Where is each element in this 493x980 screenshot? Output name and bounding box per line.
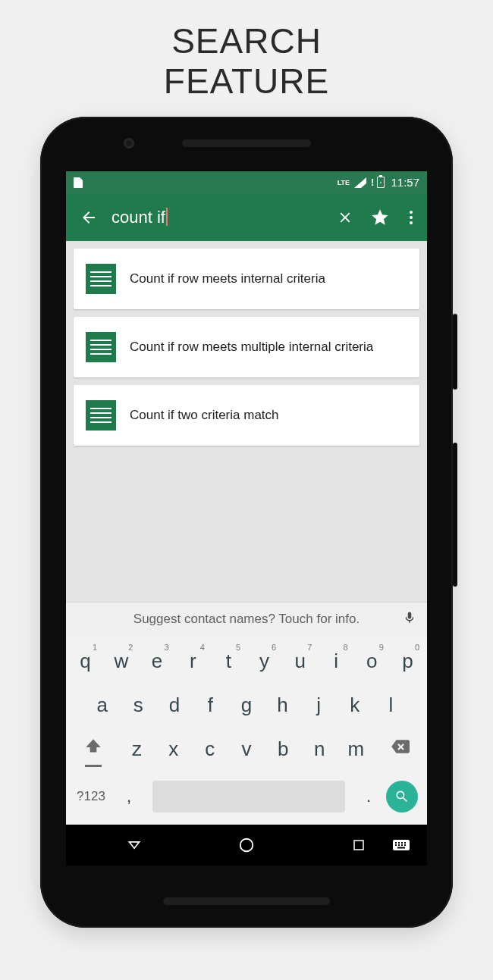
search-value: count if (111, 208, 165, 227)
backspace-icon (390, 737, 410, 762)
shift-icon (83, 737, 103, 762)
result-title: Count if row meets multiple internal cri… (130, 340, 373, 355)
key-d[interactable]: d (156, 684, 193, 728)
key-n[interactable]: n (301, 728, 338, 772)
phone-screen: LTE ! 11:57 count if Co (66, 171, 427, 866)
key-z[interactable]: z (118, 728, 155, 772)
favorite-button[interactable] (368, 205, 392, 230)
key-e[interactable]: e3 (139, 640, 174, 684)
search-result-item[interactable]: Count if row meets multiple internal cri… (74, 317, 419, 377)
search-app-bar: count if (66, 194, 427, 241)
comma-key[interactable]: , (116, 775, 142, 819)
search-results-list: Count if row meets internal criteriaCoun… (66, 241, 427, 453)
battery-charging-icon (377, 177, 385, 188)
promo-title: SEARCH FEATURE (164, 21, 329, 102)
key-s[interactable]: s (121, 684, 157, 728)
keyboard-suggestion-bar[interactable]: Suggest contact names? Touch for info. (66, 602, 427, 637)
key-f[interactable]: f (193, 684, 229, 728)
key-u[interactable]: u7 (282, 640, 318, 684)
svg-rect-4 (398, 842, 400, 844)
network-label: LTE (338, 179, 350, 186)
key-a[interactable]: a (84, 684, 121, 728)
status-clock: 11:57 (391, 176, 419, 189)
phone-bottom-speaker (163, 897, 330, 905)
square-icon (352, 838, 366, 852)
signal-icon (354, 177, 366, 188)
phone-frame: LTE ! 11:57 count if Co (40, 117, 453, 928)
key-r[interactable]: r4 (175, 640, 211, 684)
svg-rect-10 (404, 844, 406, 846)
key-m[interactable]: m (338, 728, 374, 772)
search-enter-key[interactable] (386, 781, 418, 812)
key-h[interactable]: h (265, 684, 301, 728)
nav-recents-button[interactable] (350, 836, 368, 854)
nav-home-button[interactable] (237, 836, 256, 854)
shift-key[interactable] (68, 728, 118, 772)
sdcard-icon (74, 177, 83, 188)
keyboard-icon (392, 838, 410, 852)
svg-rect-7 (395, 844, 397, 846)
phone-earpiece (182, 139, 311, 147)
key-j[interactable]: j (300, 684, 337, 728)
search-result-item[interactable]: Count if two criteria match (74, 385, 419, 446)
key-g[interactable]: g (228, 684, 265, 728)
key-i[interactable]: i8 (318, 640, 353, 684)
nav-back-button[interactable] (125, 836, 143, 854)
clear-search-button[interactable] (333, 205, 357, 230)
period-key[interactable]: . (356, 775, 382, 819)
svg-rect-5 (401, 842, 403, 844)
circle-icon (238, 837, 255, 853)
star-icon (370, 208, 390, 227)
phone-front-camera (124, 138, 134, 149)
svg-rect-6 (404, 842, 406, 844)
search-result-item[interactable]: Count if row meets internal criteria (74, 249, 419, 309)
voice-input-button[interactable] (403, 609, 416, 630)
symbols-key[interactable]: ?123 (71, 789, 111, 804)
key-k[interactable]: k (337, 684, 373, 728)
spacebar-key[interactable] (152, 781, 345, 812)
mic-icon (403, 609, 416, 626)
list-doc-icon (86, 400, 116, 431)
close-icon (337, 209, 353, 226)
svg-rect-9 (401, 844, 403, 846)
svg-point-0 (240, 839, 253, 852)
key-w[interactable]: w2 (103, 640, 139, 684)
key-t[interactable]: t5 (211, 640, 246, 684)
svg-rect-3 (395, 842, 397, 844)
search-icon (394, 789, 410, 804)
key-v[interactable]: v (228, 728, 265, 772)
key-o[interactable]: o9 (354, 640, 390, 684)
suggestion-text: Suggest contact names? Touch for info. (133, 612, 360, 627)
list-doc-icon (86, 264, 116, 294)
on-screen-keyboard: q1w2e3r4t5y6u7i8o9p0 asdfghjkl zxcvbnm ?… (66, 637, 427, 825)
overflow-menu-button[interactable] (403, 205, 419, 230)
key-p[interactable]: p0 (390, 640, 425, 684)
key-q[interactable]: q1 (68, 640, 103, 684)
key-b[interactable]: b (265, 728, 301, 772)
key-y[interactable]: y6 (246, 640, 282, 684)
arrow-left-icon (80, 208, 98, 227)
back-button[interactable] (77, 205, 101, 230)
exclaim-icon: ! (371, 177, 374, 188)
nav-keyboard-switch-button[interactable] (392, 836, 410, 854)
backspace-key[interactable] (375, 728, 425, 772)
text-cursor (166, 208, 168, 226)
key-x[interactable]: x (155, 728, 192, 772)
key-c[interactable]: c (192, 728, 228, 772)
android-nav-bar (66, 825, 427, 866)
result-title: Count if two criteria match (130, 408, 279, 423)
svg-rect-1 (354, 841, 363, 850)
svg-rect-11 (397, 847, 405, 848)
status-bar: LTE ! 11:57 (66, 171, 427, 194)
list-doc-icon (86, 332, 116, 362)
svg-rect-8 (398, 844, 400, 846)
more-vert-icon (404, 211, 419, 224)
search-input[interactable]: count if (111, 208, 322, 227)
result-title: Count if row meets internal criteria (130, 271, 325, 286)
triangle-down-icon (127, 838, 142, 853)
key-l[interactable]: l (373, 684, 410, 728)
